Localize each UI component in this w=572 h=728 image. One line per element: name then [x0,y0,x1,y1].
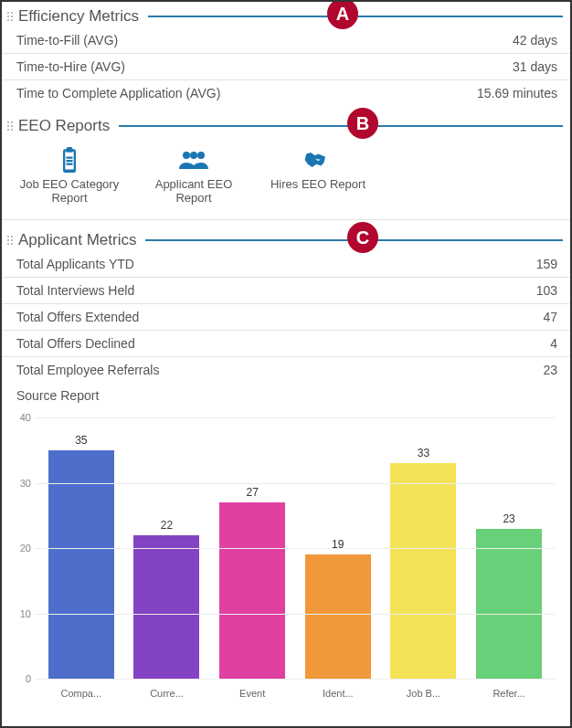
metric-value: 159 [536,257,557,271]
header-divider [119,125,563,127]
chart-bar: 23 Refer... [471,512,546,679]
metric-label: Time-to-Hire (AVG) [16,59,125,74]
eeo-section-header: EEO Reports B [2,111,570,137]
svg-point-1 [190,152,197,159]
report-item[interactable]: Applicant EEO Report [139,146,249,205]
chart-ytick: 10 [11,608,31,619]
metric-row: Total Offers Declined 4 [2,331,570,357]
chart-ytick: 0 [11,673,31,684]
metric-label: Total Offers Extended [16,310,139,324]
chart-bar-value: 27 [246,486,258,499]
chart-bar-value: 19 [332,538,344,551]
badge-a: A [327,0,358,29]
chart-ytick: 30 [11,478,31,489]
metric-row: Total Interviews Held 103 [2,278,570,304]
applicant-title: Applicant Metrics [18,231,136,249]
metric-label: Total Offers Declined [16,336,135,351]
chart-bar-rect [219,502,285,679]
drag-handle-icon[interactable] [7,236,13,245]
chart-bar-label: Curre... [150,688,184,699]
chart-bar-rect [48,450,114,679]
report-item[interactable]: Hires EEO Report [263,146,373,205]
metric-label: Time to Complete Application (AVG) [16,86,220,100]
eeo-title: EEO Reports [18,117,110,135]
metric-label: Total Applicants YTD [16,257,134,271]
metric-label: Total Employee Referrals [16,363,159,377]
metric-value: 31 days [513,59,557,74]
handshake-icon [302,146,334,174]
chart-ytick: 40 [11,412,31,423]
metric-value: 103 [536,283,557,298]
chart-bar: 19 Ident... [301,538,376,679]
chart-bar-value: 35 [75,434,87,447]
chart-bar-label: Job B... [407,688,440,699]
metric-value: 47 [543,310,557,324]
badge-b: B [347,108,378,139]
chart-bar-value: 23 [503,512,514,525]
people-icon [177,146,210,174]
chart-ytick: 20 [11,543,31,554]
badge-c: C [347,222,378,253]
chart-bar: 27 Event [215,486,290,679]
clipboard-icon [53,146,86,174]
metric-value: 4 [550,336,557,351]
metric-row: Total Applicants YTD 159 [2,251,570,278]
chart-bar-label: Event [239,688,265,699]
chart-bar-rect [305,554,371,679]
applicant-section-header: Applicant Metrics C [2,226,570,251]
metric-label: Time-to-Fill (AVG) [16,33,118,47]
metric-row: Time-to-Fill (AVG) 42 days [2,27,570,54]
chart-bar: 33 Job B... [386,447,461,679]
report-label: Applicant EEO Report [139,177,249,205]
chart-bar-label: Ident... [323,688,354,699]
chart-bar-rect [390,463,456,679]
metric-row: Total Offers Extended 47 [2,304,570,331]
drag-handle-icon[interactable] [7,12,13,21]
metric-value: 23 [543,363,557,377]
efficiency-title: Efficiency Metrics [18,7,139,26]
metric-row: Time-to-Hire (AVG) 31 days [2,54,570,80]
source-report-row: Source Report [2,383,570,408]
report-item[interactable]: Job EEO Category Report [15,146,124,205]
chart-bar-rect [476,529,542,679]
source-report-chart: 35 Compa... 22 Curre... 27 Event 19 Iden… [2,408,570,710]
svg-point-0 [183,152,190,159]
chart-bar: 22 Curre... [129,519,204,679]
metric-value: 15.69 minutes [477,86,557,100]
chart-bar-value: 22 [161,519,173,532]
chart-bar-label: Compa... [61,688,102,699]
efficiency-section-header: Efficiency Metrics A [2,2,570,27]
chart-bar: 35 Compa... [44,434,119,679]
metric-row: Time to Complete Application (AVG) 15.69… [2,80,570,106]
metric-value: 42 days [513,33,557,47]
chart-bar-rect [133,535,199,679]
drag-handle-icon[interactable] [7,121,13,131]
metric-label: Total Interviews Held [16,283,134,298]
chart-bar-value: 33 [418,447,429,459]
report-label: Hires EEO Report [270,177,365,191]
svg-point-2 [197,152,205,159]
report-label: Job EEO Category Report [15,177,124,205]
source-report-label: Source Report [16,388,99,403]
chart-bar-label: Refer... [493,688,524,699]
metric-row: Total Employee Referrals 23 [2,357,570,383]
